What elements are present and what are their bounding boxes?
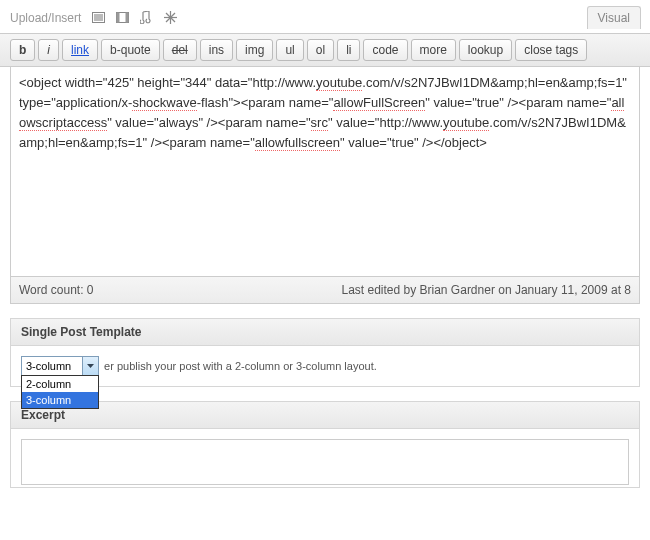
ins-button[interactable]: ins: [200, 39, 233, 61]
excerpt-panel: Excerpt: [10, 401, 640, 488]
single-post-template-panel: Single Post Template 3-column 2-column 3…: [10, 318, 640, 387]
upload-insert-label: Upload/Insert: [10, 11, 81, 25]
template-dropdown: 2-column 3-column: [21, 375, 99, 409]
template-option-3-column[interactable]: 3-column: [22, 392, 98, 408]
excerpt-title: Excerpt: [11, 402, 639, 429]
last-edited: Last edited by Brian Gardner on January …: [341, 283, 631, 297]
add-media-icon[interactable]: [163, 11, 177, 25]
del-button[interactable]: del: [163, 39, 197, 61]
visual-tab[interactable]: Visual: [587, 6, 641, 29]
upload-insert-row: Upload/Insert Visual: [0, 0, 650, 33]
editor-status-bar: Word count: 0 Last edited by Brian Gardn…: [10, 277, 640, 304]
blockquote-button[interactable]: b-quote: [101, 39, 160, 61]
post-content-editor[interactable]: <object width="425" height="344" data="h…: [10, 67, 640, 277]
media-icons: [91, 11, 177, 25]
add-image-icon[interactable]: [91, 11, 105, 25]
code-button[interactable]: code: [363, 39, 407, 61]
close-tags-button[interactable]: close tags: [515, 39, 587, 61]
template-hint: er publish your post with a 2-column or …: [104, 360, 377, 372]
quicktags-toolbar: b i link b-quote del ins img ul ol li co…: [0, 33, 650, 67]
panel-title: Single Post Template: [11, 319, 639, 346]
li-button[interactable]: li: [337, 39, 360, 61]
svg-rect-1: [94, 14, 103, 21]
add-video-icon[interactable]: [115, 11, 129, 25]
word-count: Word count: 0: [19, 283, 93, 297]
svg-rect-3: [116, 13, 119, 23]
template-select[interactable]: 3-column: [21, 356, 99, 376]
img-button[interactable]: img: [236, 39, 273, 61]
link-button[interactable]: link: [62, 39, 98, 61]
svg-rect-4: [125, 13, 128, 23]
chevron-down-icon: [82, 357, 98, 375]
italic-button[interactable]: i: [38, 39, 59, 61]
lookup-button[interactable]: lookup: [459, 39, 512, 61]
bold-button[interactable]: b: [10, 39, 35, 61]
add-audio-icon[interactable]: [139, 11, 153, 25]
template-option-2-column[interactable]: 2-column: [22, 376, 98, 392]
ul-button[interactable]: ul: [276, 39, 303, 61]
excerpt-textarea[interactable]: [21, 439, 629, 485]
more-button[interactable]: more: [411, 39, 456, 61]
template-select-value: 3-column: [22, 360, 82, 372]
ol-button[interactable]: ol: [307, 39, 334, 61]
